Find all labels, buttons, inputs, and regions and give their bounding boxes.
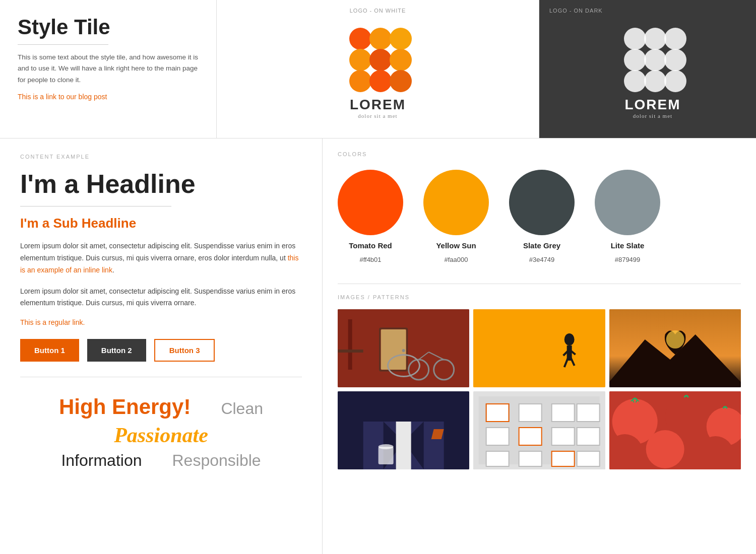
svg-rect-21	[381, 329, 406, 370]
svg-point-11	[664, 28, 686, 50]
image-silhouette	[609, 309, 741, 387]
svg-rect-44	[379, 447, 394, 464]
svg-rect-50	[519, 404, 542, 422]
svg-point-37	[666, 330, 684, 349]
colors-row: Tomato Red #ff4b01 Yellow Sun #faa000 Sl…	[338, 170, 741, 263]
svg-rect-54	[519, 428, 542, 445]
image-suit	[338, 391, 469, 469]
content-example-panel: CONTENT EXAMPLE I'm a Headline I'm a Sub…	[0, 138, 323, 554]
svg-point-13	[644, 49, 666, 71]
svg-rect-57	[486, 451, 509, 466]
keyword-passionate: Passionate	[30, 423, 292, 447]
logo-name-dark-bg: LOREM	[624, 97, 680, 113]
svg-point-5	[390, 49, 412, 71]
color-hex-tomato: #ff4b01	[359, 256, 381, 263]
blog-post-link[interactable]: This is a link to our blog post	[18, 93, 199, 101]
colors-images-panel: COLORS Tomato Red #ff4b01 Yellow Sun #fa…	[323, 138, 756, 554]
color-name-tomato: Tomato Red	[349, 241, 392, 250]
svg-point-1	[369, 28, 392, 50]
color-hex-lite: #879499	[615, 256, 641, 263]
svg-point-4	[369, 49, 392, 71]
logo-tagline-dark-bg: dolor sit a met	[624, 113, 680, 119]
svg-point-14	[664, 49, 686, 71]
svg-point-66	[646, 430, 684, 468]
logo-on-dark-panel: LOGO - ON DARK LOREM dolor sit a met	[539, 0, 756, 138]
svg-rect-58	[519, 451, 542, 466]
svg-point-63	[665, 396, 705, 437]
svg-rect-60	[577, 451, 600, 466]
svg-rect-56	[577, 428, 600, 445]
bottom-row: CONTENT EXAMPLE I'm a Headline I'm a Sub…	[0, 138, 756, 554]
color-hex-yellow: #faa000	[445, 256, 468, 263]
logo-name-white-bg: LOREM	[350, 97, 406, 113]
svg-point-8	[390, 70, 412, 92]
svg-rect-55	[552, 428, 575, 445]
svg-point-17	[664, 70, 686, 92]
svg-rect-20	[338, 350, 363, 353]
logo-on-white-panel: LOGO - ON WHITE LOREM dolor sit a me	[217, 0, 539, 138]
color-name-yellow: Yellow Sun	[436, 241, 476, 250]
style-tile-title: Style Tile	[18, 15, 199, 39]
sub-headline: I'm a Sub Headline	[20, 216, 302, 231]
logo-white: LOREM dolor sit a met	[612, 24, 693, 119]
svg-rect-53	[486, 428, 509, 445]
main-headline: I'm a Headline	[20, 170, 302, 198]
button-3[interactable]: Button 3	[154, 339, 215, 362]
color-tomato-red: Tomato Red #ff4b01	[338, 170, 403, 263]
color-lite-slate: Lite Slate #879499	[595, 170, 660, 263]
keyword-high-energy: High Energy!	[59, 395, 191, 419]
keyword-information: Information	[61, 451, 142, 470]
keywords-section: High Energy! Clean Passionate Informatio…	[20, 395, 302, 470]
images-grid	[338, 309, 741, 469]
color-hex-slate: #3e4749	[529, 256, 555, 263]
svg-rect-48	[486, 404, 509, 422]
svg-point-0	[349, 28, 371, 50]
logo-on-white-label: LOGO - ON WHITE	[350, 8, 406, 14]
image-red-bike	[338, 309, 469, 387]
svg-point-29	[564, 333, 575, 345]
svg-point-16	[644, 70, 666, 92]
svg-rect-28	[473, 309, 605, 387]
image-tomatoes	[609, 391, 741, 469]
svg-point-15	[624, 70, 646, 92]
logo-on-dark-label: LOGO - ON DARK	[549, 8, 603, 14]
color-circle-slate	[509, 170, 575, 235]
button-1[interactable]: Button 1	[20, 339, 79, 362]
logo-white-svg	[612, 24, 693, 102]
keyword-row3: Information Responsible	[30, 451, 292, 470]
image-building	[473, 391, 605, 469]
button-2[interactable]: Button 2	[87, 339, 146, 362]
color-circle-yellow	[423, 170, 489, 235]
content-example-label: CONTENT EXAMPLE	[20, 154, 302, 160]
svg-point-6	[349, 70, 371, 92]
color-name-lite: Lite Slate	[611, 241, 645, 250]
body-paragraph-2: Lorem ipsum dolor sit amet, consectetur …	[20, 286, 302, 310]
svg-point-3	[349, 49, 371, 71]
svg-point-12	[624, 49, 646, 71]
colors-label: COLORS	[338, 151, 741, 157]
logo-orange: LOREM dolor sit a met	[338, 24, 418, 119]
keyword-clean: Clean	[221, 399, 263, 418]
svg-rect-42	[396, 422, 411, 469]
svg-point-2	[390, 28, 412, 50]
colors-section: COLORS Tomato Red #ff4b01 Yellow Sun #fa…	[338, 151, 741, 263]
page-wrapper: Style Tile This is some text about the s…	[0, 0, 756, 554]
images-section: IMAGES / PATTERNS	[338, 284, 741, 469]
image-yellow	[473, 309, 605, 387]
top-row: Style Tile This is some text about the s…	[0, 0, 756, 138]
style-tile-intro: Style Tile This is some text about the s…	[0, 0, 217, 138]
buttons-row: Button 1 Button 2 Button 3	[20, 339, 302, 362]
images-label: IMAGES / PATTERNS	[338, 284, 741, 300]
svg-rect-59	[552, 451, 575, 466]
svg-point-45	[379, 444, 394, 449]
logo-orange-svg	[338, 24, 418, 102]
svg-point-23	[402, 349, 405, 352]
regular-link[interactable]: This is a regular link.	[20, 318, 302, 326]
color-name-slate: Slate Grey	[523, 241, 560, 250]
svg-point-10	[644, 28, 666, 50]
svg-rect-19	[348, 319, 352, 370]
body-paragraph-1: Lorem ipsum dolor sit amet, consectetur …	[20, 240, 302, 276]
color-slate-grey: Slate Grey #3e4749	[509, 170, 575, 263]
svg-rect-51	[552, 404, 575, 422]
logo-tagline-white-bg: dolor sit a met	[350, 113, 406, 119]
